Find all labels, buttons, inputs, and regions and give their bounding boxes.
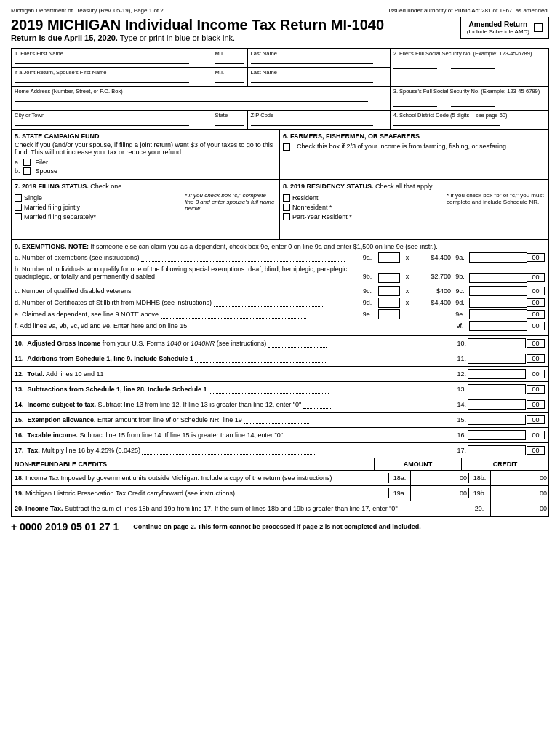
city-cell: City or Town [12,111,212,130]
line-12-input[interactable] [468,369,526,379]
exemption-a-line: 9a. [356,254,378,261]
section5-filer-checkbox[interactable] [23,159,31,166]
section6-text: Check this box if 2/3 of your income is … [297,143,508,150]
line-11-input[interactable] [468,354,526,364]
section9-note-text: If someone else can claim you as a depen… [91,243,438,250]
section6-checkbox[interactable] [283,143,290,151]
filing-status-joint: Married filing jointly [15,204,182,211]
exemption-e-result[interactable] [469,309,527,319]
exemption-a-input[interactable] [378,252,400,263]
exemption-b-input[interactable] [378,273,400,283]
nrc-19a-input[interactable]: 00 [410,486,468,501]
section8-check-all: Check all that apply. [375,183,433,190]
dept-label: Michigan Department of Treasury (Rev. 05… [11,7,164,14]
filing-residency: 7. 2019 FILING STATUS. Check one. Single… [11,180,549,240]
state-input[interactable] [215,119,244,126]
joint-last-input[interactable] [251,76,373,83]
nrc-row-18: 18. Income Tax Imposed by government uni… [11,471,549,486]
section5-spouse-checkbox[interactable] [23,167,31,175]
line-16: 16. Taxable income. Subtract line 15 fro… [12,427,548,442]
exemption-b-line: 9b. [356,273,378,280]
school-input[interactable] [393,119,500,126]
amended-checkbox[interactable] [534,23,543,32]
section5-text: Check if you (and/or your spouse, if fil… [15,141,276,156]
line-15-input[interactable] [468,415,526,425]
ssn-field-2[interactable] [451,61,495,69]
exemption-row-d: d. Number of Certificates of Stillbirth … [15,298,545,308]
section5-filer-label: Filer [36,159,49,166]
city-input[interactable] [15,119,189,126]
exemption-d-result[interactable] [469,298,527,308]
filer-first-cell: 1. Filer's First Name [12,49,212,68]
joint-mi-input[interactable] [215,76,244,83]
nrc-19b-input[interactable]: 00 [490,486,548,501]
nrc-18a-input[interactable]: 00 [410,471,468,485]
school-cell: 4. School District Code (5 digits – see … [390,111,548,130]
filing-separate-radio[interactable] [15,213,22,220]
amended-label: Amended Return [467,20,529,28]
filing-joint-radio[interactable] [15,204,22,211]
filer-first-input[interactable] [15,57,189,64]
joint-mi-label: M.I. [215,69,244,76]
home-address-input[interactable] [15,95,368,102]
line-14-input[interactable] [468,399,526,410]
nrc-18-text: 18. Income Tax Imposed by government uni… [12,473,388,483]
joint-mi-cell: M.I. [212,68,247,87]
residency-partyear-radio[interactable] [283,213,290,220]
mi-input[interactable] [215,57,244,64]
line-17-input[interactable] [468,445,526,455]
residency-resident: Resident [283,194,444,202]
section5: 5. STATE CAMPAIGN FUND Check if you (and… [12,130,280,179]
exemption-e-checkbox[interactable] [378,309,400,319]
exemption-c-input[interactable] [378,286,400,296]
line-15: 15. Exemption allowance. Enter amount fr… [12,412,548,427]
section9-num: 9. [15,243,20,250]
section7: 7. 2019 FILING STATUS. Check one. Single… [12,180,280,239]
nrc-18b-input[interactable]: 00 [490,471,548,485]
joint-last-label: Last Name [251,69,387,76]
amended-sublabel: (Include Schedule AMD) [467,28,529,35]
exemption-row-e: e. Claimed as dependent, see line 9 NOTE… [15,309,545,319]
zip-input[interactable] [251,119,373,126]
residency-nonresident-label: Nonresident * [292,204,332,211]
line-16-input[interactable] [468,430,526,440]
exemption-row-b: b. Number of individuals who qualify for… [15,266,545,283]
ssn-field-1[interactable] [393,61,437,69]
residency-nonresident-radio[interactable] [283,204,290,211]
filer-first-label: 1. Filer's First Name [15,50,209,57]
zip-label: ZIP Code [251,112,387,119]
section5-b-label: b. [15,167,20,175]
line-10-input[interactable] [468,338,526,348]
exemption-f-result[interactable] [469,321,527,331]
residency-partyear: Part-Year Resident * [283,213,444,220]
filing-single-radio[interactable] [15,194,22,202]
section7-note: * If you check box "c," complete line 3 … [185,192,276,212]
section5-a-label: a. [15,159,20,166]
residency-resident-radio[interactable] [283,194,290,202]
nrc-title: NON-REFUNDABLE CREDITS [12,458,374,470]
spouse-ssn-field-2[interactable] [451,99,495,107]
section8: 8. 2019 RESIDENCY STATUS. Check all that… [280,180,548,239]
section9: 9. EXEMPTIONS. NOTE: If someone else can… [11,240,549,336]
state-label: State [215,112,244,119]
ssn-cell: 2. Filer's Full Social Security No. (Exa… [390,49,548,87]
nrc-row-19: 19. Michigan Historic Preservation Tax C… [11,486,549,501]
spouse-name-input[interactable] [188,215,260,236]
top-fields-table: 1. Filer's First Name M.I. Last Name 2. … [11,48,549,130]
exemption-d-input[interactable] [378,298,400,308]
section5-spouse-label: Spouse [36,167,58,175]
nrc-20-text: 20. Income Tax. Subtract the sum of line… [12,503,468,514]
last-name-input[interactable] [251,57,373,64]
footer-code: + 0000 2019 05 01 27 1 [11,521,119,533]
exemption-c-result[interactable] [469,286,527,296]
nrc-header: NON-REFUNDABLE CREDITS AMOUNT CREDIT [11,458,549,471]
exemption-a-result[interactable] [469,252,527,263]
last-name-label: Last Name [251,50,387,57]
line-13-input[interactable] [468,384,526,394]
joint-first-label: If a Joint Return, Spouse's First Name [15,69,209,76]
nrc-20-input[interactable]: 00 [490,501,548,516]
joint-last-cell: Last Name [247,68,390,87]
exemption-b-result[interactable] [469,273,527,283]
spouse-ssn-field-1[interactable] [393,99,437,107]
joint-first-input[interactable] [15,76,189,83]
